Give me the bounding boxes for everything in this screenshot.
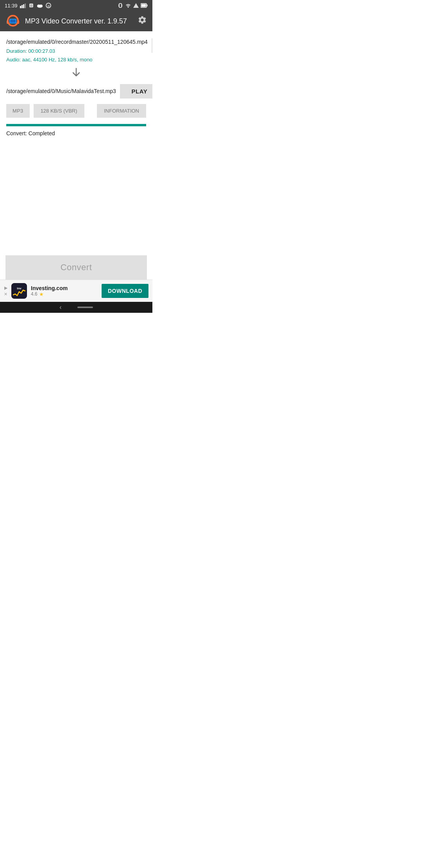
notification-icon: ⊡ bbox=[29, 3, 34, 8]
svg-rect-18 bbox=[141, 4, 146, 7]
svg-marker-15 bbox=[133, 3, 139, 8]
svg-text:inv: inv bbox=[17, 287, 21, 290]
svg-point-14 bbox=[128, 7, 129, 8]
ad-rating: 4.6 ★ bbox=[31, 291, 98, 297]
input-file-info: /storage/emulated/0/recordmaster/2020051… bbox=[6, 38, 152, 64]
convert-button[interactable]: Convert bbox=[5, 255, 147, 280]
home-indicator[interactable] bbox=[77, 307, 93, 308]
ad-rating-value: 4.6 bbox=[31, 291, 38, 297]
svg-rect-23 bbox=[10, 20, 16, 23]
svg-rect-13 bbox=[122, 4, 122, 7]
signal-icon bbox=[20, 4, 26, 8]
bitrate-button[interactable]: 128 KB/S (VBR) bbox=[34, 104, 84, 118]
main-content: /storage/emulated/0/recordmaster/2020051… bbox=[0, 31, 152, 136]
svg-rect-11 bbox=[119, 4, 122, 7]
svg-rect-2 bbox=[23, 4, 24, 8]
download-button[interactable]: DOWNLOAD bbox=[102, 284, 148, 298]
format-button[interactable]: MP3 bbox=[6, 104, 30, 118]
convert-button-container: Convert bbox=[0, 255, 152, 280]
convert-status: Convert: Completed bbox=[6, 130, 146, 136]
svg-rect-0 bbox=[20, 6, 21, 8]
vibrate-icon bbox=[118, 3, 123, 8]
input-file-duration: Duration: 00:00:27.03 bbox=[6, 47, 148, 55]
play-button[interactable]: PLAY bbox=[120, 84, 152, 99]
arrow-down-icon bbox=[6, 67, 146, 81]
cloud-icon bbox=[36, 3, 43, 8]
svg-rect-20 bbox=[7, 20, 9, 24]
nav-bar: ‹ bbox=[0, 302, 152, 313]
svg-rect-3 bbox=[25, 4, 26, 8]
status-left: 11:39 ⊡ ⊘ bbox=[5, 3, 51, 9]
select-button[interactable]: SELECT bbox=[152, 38, 152, 53]
settings-icon[interactable] bbox=[138, 15, 147, 27]
ad-close-area: ▶ ✕ bbox=[4, 285, 7, 297]
battery-icon bbox=[141, 3, 148, 8]
ad-title: Investing.com bbox=[31, 285, 98, 291]
ad-play-icon: ▶ bbox=[4, 285, 7, 291]
svg-rect-1 bbox=[21, 5, 23, 8]
svg-text:⊡: ⊡ bbox=[30, 4, 32, 7]
star-icon: ★ bbox=[39, 291, 44, 297]
input-file-row: /storage/emulated/0/recordmaster/2020051… bbox=[6, 38, 146, 64]
information-button[interactable]: INFORMATION bbox=[97, 104, 146, 118]
svg-text:⊘: ⊘ bbox=[47, 4, 50, 8]
svg-rect-17 bbox=[147, 5, 148, 7]
app-logo bbox=[5, 14, 20, 29]
svg-rect-21 bbox=[17, 20, 19, 24]
status-bar: 11:39 ⊡ ⊘ bbox=[0, 0, 152, 11]
wifi-icon bbox=[125, 3, 131, 8]
input-file-path: /storage/emulated/0/recordmaster/2020051… bbox=[6, 38, 148, 46]
progress-bar-container bbox=[6, 124, 146, 126]
ad-close-icon[interactable]: ✕ bbox=[4, 292, 7, 297]
app-bar: MP3 Video Converter ver. 1.9.57 bbox=[0, 11, 152, 31]
progress-bar-fill bbox=[6, 124, 146, 126]
output-file-path: /storage/emulated/0/Music/MalavidaTest.m… bbox=[6, 88, 120, 94]
svg-rect-12 bbox=[118, 4, 119, 7]
ad-info: Investing.com 4.6 ★ bbox=[31, 285, 98, 297]
signal-strength-icon bbox=[133, 3, 139, 8]
input-file-audio: Audio: aac, 44100 Hz, 128 kb/s, mono bbox=[6, 56, 148, 64]
output-file-row: /storage/emulated/0/Music/MalavidaTest.m… bbox=[6, 84, 146, 99]
svg-point-8 bbox=[39, 5, 43, 7]
status-time: 11:39 bbox=[5, 3, 18, 9]
back-button[interactable]: ‹ bbox=[59, 304, 61, 311]
ad-banner: ▶ ✕ inv Investing.com 4.6 ★ DOWNLOAD bbox=[0, 280, 152, 302]
format-row: MP3 128 KB/S (VBR) INFORMATION bbox=[6, 104, 146, 118]
sync-icon: ⊘ bbox=[46, 3, 51, 8]
ad-logo: inv bbox=[11, 283, 27, 299]
app-title: MP3 Video Converter ver. 1.9.57 bbox=[25, 17, 133, 25]
status-right bbox=[118, 3, 148, 8]
